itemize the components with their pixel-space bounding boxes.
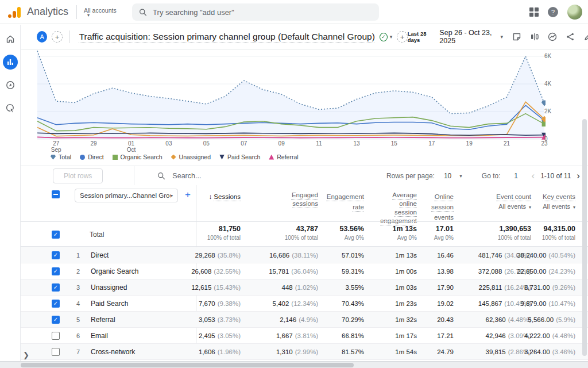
controls-divider bbox=[134, 166, 134, 185]
date-range-picker[interactable]: Sep 26 - Oct 23, 2025 bbox=[439, 29, 498, 45]
metric-value: 5,402(12.34%) bbox=[247, 296, 325, 312]
help-icon[interactable]: ? bbox=[548, 7, 558, 17]
row-checkbox[interactable] bbox=[52, 300, 60, 308]
report-title[interactable]: Traffic acquisition: Session primary cha… bbox=[79, 32, 375, 42]
compare-icon[interactable] bbox=[529, 31, 540, 43]
user-avatar[interactable] bbox=[567, 5, 582, 20]
metric-value: 24.79 bbox=[424, 344, 461, 360]
table-row-email: 6Email2,495(3.05%)1,667(3.81%)66.81%1m 1… bbox=[21, 328, 588, 344]
sidebar-item-home[interactable] bbox=[3, 32, 18, 47]
legend-label: Paid Search bbox=[227, 154, 260, 160]
circle-marker-icon bbox=[80, 155, 85, 160]
row-number: 3 bbox=[65, 284, 91, 291]
add-report-button[interactable]: + bbox=[52, 31, 62, 43]
metric-column-headers: ↓SessionsEngaged sessionsEngagement rate… bbox=[196, 185, 582, 221]
total-row-label: Total bbox=[90, 231, 104, 239]
legend-item-organic-search[interactable]: Organic Search bbox=[113, 154, 163, 160]
share-icon[interactable] bbox=[564, 31, 576, 43]
account-switcher[interactable]: All accounts ▾ bbox=[84, 7, 117, 17]
column-header-event-count[interactable]: Event countAll events▾ bbox=[461, 185, 538, 225]
table-row-paid-search: 4Paid Search7,670(9.38%)5,402(12.34%)70.… bbox=[21, 296, 588, 312]
row-number: 6 bbox=[65, 332, 91, 339]
metric-value: 7,670(9.38%) bbox=[196, 296, 247, 312]
x-axis-label: 05 bbox=[195, 140, 218, 147]
edit-icon[interactable] bbox=[582, 31, 588, 43]
search-icon bbox=[157, 172, 165, 180]
next-page-button[interactable]: › bbox=[577, 170, 580, 182]
column-header-online-session-events[interactable]: Online session events bbox=[424, 185, 461, 225]
horizontal-scrollbar-thumb[interactable] bbox=[21, 363, 354, 367]
legend-item-direct[interactable]: Direct bbox=[80, 154, 103, 160]
metric-value: 38,240.00(40.54%) bbox=[538, 247, 582, 263]
rows-per-page-value[interactable]: 10 bbox=[444, 172, 451, 180]
report-collection-badge[interactable]: A bbox=[37, 31, 47, 43]
traffic-chart[interactable] bbox=[21, 49, 546, 141]
previous-page-button[interactable]: ‹ bbox=[532, 170, 535, 182]
table-header-left: Session primary...Channel Group) ▾ + bbox=[21, 185, 196, 221]
table-search[interactable] bbox=[157, 172, 258, 180]
notes-icon[interactable] bbox=[511, 31, 523, 43]
table-row-organic-search: 2Organic Search26,608(32.55%)15,781(36.0… bbox=[21, 263, 588, 279]
metric-value: 70.29% bbox=[325, 312, 371, 328]
channel-name: Email bbox=[91, 332, 108, 340]
column-header-key-events[interactable]: Key eventsAll events▾ bbox=[538, 185, 582, 225]
row-checkbox[interactable] bbox=[52, 332, 60, 340]
advertising-icon bbox=[5, 103, 16, 113]
row-checkbox[interactable] bbox=[52, 251, 60, 259]
sidebar-item-reports[interactable] bbox=[3, 55, 18, 70]
legend-label: Referral bbox=[277, 154, 298, 160]
legend-label: Direct bbox=[88, 154, 103, 160]
column-header-engagement-rate[interactable]: Engagement rate bbox=[325, 185, 371, 225]
report-saved-icon[interactable]: ✓ bbox=[380, 33, 388, 41]
chevron-down-icon[interactable]: ▾ bbox=[500, 34, 503, 40]
column-header-sessions[interactable]: ↓Sessions bbox=[196, 185, 247, 225]
chevron-down-icon[interactable]: ▾ bbox=[459, 173, 462, 179]
chevron-down-icon[interactable]: ▾ bbox=[390, 34, 393, 40]
total-metric-value: 1m 13sAvg 0% bbox=[371, 222, 424, 247]
total-row-checkbox[interactable] bbox=[52, 231, 60, 239]
go-to-label: Go to: bbox=[482, 172, 501, 180]
table-total-row: Total 81,750100% of total43,787100% of t… bbox=[21, 222, 588, 247]
add-dimension-button[interactable]: + bbox=[185, 189, 191, 201]
global-search[interactable] bbox=[132, 3, 379, 21]
legend-label: Total bbox=[59, 154, 71, 160]
global-search-input[interactable] bbox=[153, 8, 372, 17]
analytics-app: Analytics All accounts ▾ ? bbox=[0, 0, 588, 368]
metric-value: 16.46 bbox=[424, 247, 461, 263]
sidebar-item-explore[interactable] bbox=[3, 78, 18, 93]
legend-item-unassigned[interactable]: Unassigned bbox=[171, 154, 211, 160]
total-metric-value: 1,390,653100% of total bbox=[461, 222, 538, 247]
column-header-engaged-sessions[interactable]: Engaged sessions bbox=[247, 185, 325, 225]
plot-rows-button[interactable]: Plot rows bbox=[53, 168, 103, 183]
table-search-input[interactable] bbox=[172, 172, 258, 180]
total-metric-value: 17.01Avg 0% bbox=[424, 222, 461, 247]
triangle-down-marker-icon bbox=[219, 155, 225, 160]
row-checkbox[interactable] bbox=[52, 316, 60, 324]
legend-item-referral[interactable]: Referral bbox=[269, 154, 298, 160]
sidebar-item-advertising[interactable] bbox=[3, 101, 18, 116]
metric-value: 12,615(15.43%) bbox=[196, 279, 247, 296]
metric-value: 81.57% bbox=[325, 344, 371, 360]
go-to-input[interactable] bbox=[510, 172, 523, 180]
insights-icon[interactable] bbox=[547, 31, 558, 43]
total-metric-value: 81,750100% of total bbox=[196, 222, 247, 247]
chevron-down-icon: ▾ bbox=[529, 205, 531, 210]
channel-name: Direct bbox=[91, 251, 109, 259]
metric-value: 1,310(2.99%) bbox=[247, 344, 325, 360]
column-header-average-online-session-engagement[interactable]: Average online session engagement bbox=[371, 185, 424, 225]
add-comparison-button[interactable]: + bbox=[397, 31, 407, 43]
apps-grid-icon[interactable] bbox=[529, 7, 539, 17]
legend-item-total[interactable]: Total bbox=[51, 154, 71, 160]
explore-icon bbox=[5, 80, 16, 90]
chevron-down-icon: ▾ bbox=[573, 205, 575, 210]
expand-nav-chevron[interactable]: ❯ bbox=[23, 351, 29, 359]
row-checkbox[interactable] bbox=[52, 283, 60, 292]
metric-value: 4,222.00(4.48%) bbox=[538, 328, 582, 344]
vertical-scrollbar[interactable] bbox=[582, 119, 587, 356]
select-all-checkbox[interactable] bbox=[52, 190, 60, 198]
row-checkbox[interactable] bbox=[52, 348, 60, 356]
metric-value: 1m 32s bbox=[371, 312, 424, 328]
row-checkbox[interactable] bbox=[52, 267, 60, 275]
dimension-selector[interactable]: Session primary...Channel Group) ▾ bbox=[75, 189, 178, 202]
legend-item-paid-search[interactable]: Paid Search bbox=[219, 154, 260, 160]
